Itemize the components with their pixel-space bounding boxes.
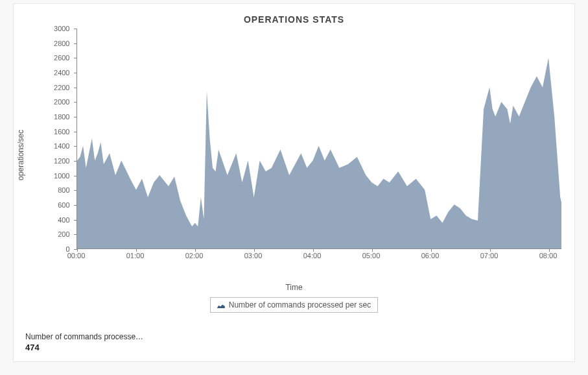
y-tick-label: 2600	[41, 54, 70, 62]
y-tick-label: 1000	[41, 172, 70, 180]
y-axis-label: operations/sec	[16, 130, 25, 180]
y-tick-label: 600	[41, 201, 70, 209]
x-axis-ticks: 00:0001:0002:0003:0004:0005:0006:0007:00…	[76, 252, 561, 262]
y-tick-label: 200	[41, 230, 70, 238]
stat-summary-label: Number of commands processe…	[25, 332, 155, 341]
y-tick-label: 0	[41, 245, 70, 253]
area-series	[77, 58, 561, 248]
x-tick-label: 03:00	[244, 252, 263, 260]
x-tick-label: 01:00	[126, 252, 145, 260]
y-tick-label: 800	[41, 186, 70, 194]
x-tick-label: 05:00	[362, 252, 381, 260]
x-tick-label: 06:00	[421, 252, 440, 260]
x-tick-label: 07:00	[480, 252, 499, 260]
y-tick-label: 400	[41, 216, 70, 224]
chart-title: OPERATIONS STATS	[20, 14, 568, 25]
y-tick-label: 3000	[41, 25, 70, 32]
y-tick-label: 2200	[41, 84, 70, 91]
stat-summary: Number of commands processe… 474	[25, 332, 568, 352]
plot-area[interactable]	[76, 29, 561, 249]
x-axis-label: Time	[20, 283, 568, 292]
y-tick-label: 1200	[41, 157, 70, 165]
area-svg	[77, 29, 561, 248]
x-tick-label: 02:00	[185, 252, 204, 260]
y-tick-label: 2800	[41, 40, 70, 47]
legend[interactable]: Number of commands processed per sec	[210, 297, 378, 313]
legend-marker-icon	[217, 302, 225, 308]
y-tick-label: 1800	[41, 113, 70, 121]
y-tick-label: 1600	[41, 128, 70, 136]
x-tick-label: 08:00	[539, 252, 558, 260]
y-tick-label: 1400	[41, 142, 70, 150]
x-tick-label: 00:00	[67, 252, 86, 260]
plot-frame: operations/sec 0200400600800100012001400…	[22, 29, 567, 282]
x-tick-label: 04:00	[303, 252, 322, 260]
legend-text: Number of commands processed per sec	[229, 300, 371, 309]
stat-summary-value: 474	[25, 343, 568, 352]
y-axis-ticks: 0200400600800100012001400160018002000220…	[41, 29, 74, 249]
y-tick-label: 2000	[41, 98, 70, 106]
chart-panel: OPERATIONS STATS operations/sec 02004006…	[13, 3, 575, 362]
y-tick-label: 2400	[41, 69, 70, 77]
